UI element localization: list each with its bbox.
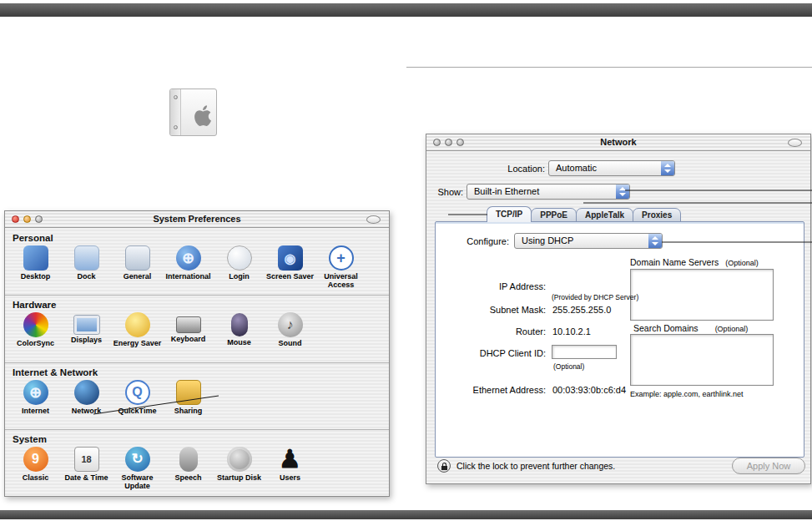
pref-item-mouse[interactable]: Mouse xyxy=(214,312,265,347)
colorsync-icon xyxy=(23,312,48,337)
pref-item-classic[interactable]: 9Classic xyxy=(10,447,61,490)
switchplate-strip xyxy=(170,89,181,135)
pref-item-label: Classic xyxy=(23,473,49,482)
section-row: ⊕InternetNetworkQQuickTimeSharing xyxy=(5,379,389,415)
dns-optional-note: (Optional) xyxy=(725,259,759,267)
pref-item-label: Internet xyxy=(22,407,49,415)
network-window: Network Location: Automatic Show: Built-… xyxy=(426,134,811,484)
configure-label: Configure: xyxy=(436,236,509,246)
pref-item-internet[interactable]: ⊕Internet xyxy=(10,380,61,415)
manual-page: System Preferences PersonalDesktopDockGe… xyxy=(0,0,812,521)
section-header-hardware: Hardware xyxy=(5,296,389,311)
pref-item-desktop[interactable]: Desktop xyxy=(10,245,61,289)
pref-item-date-time[interactable]: 18Date & Time xyxy=(61,447,112,490)
configure-dropdown[interactable]: Using DHCP xyxy=(514,233,663,249)
universal-access-icon: + xyxy=(329,245,354,271)
dhcp-client-id-input[interactable] xyxy=(552,345,617,359)
lock-icon xyxy=(441,466,447,470)
pref-item-general[interactable]: General xyxy=(112,245,163,289)
lock-button[interactable] xyxy=(437,459,451,473)
page-divider-rule xyxy=(406,67,812,68)
classic-icon: 9 xyxy=(23,447,48,472)
pref-item-startup-disk[interactable]: Startup Disk xyxy=(214,447,265,490)
keyboard-icon xyxy=(176,316,201,333)
tab-tcp-ip[interactable]: TCP/IP xyxy=(487,206,532,222)
pref-item-software-update[interactable]: ↻Software Update xyxy=(112,447,163,490)
tcpip-panel: Configure: Using DHCP Domain Name Server… xyxy=(435,221,804,458)
internet-icon: ⊕ xyxy=(23,380,48,405)
ethernet-address-value: 00:03:93:0b:c6:d4 xyxy=(552,385,626,395)
pref-item-quicktime[interactable]: QQuickTime xyxy=(112,380,163,415)
network-titlebar[interactable]: Network xyxy=(426,134,810,151)
pref-item-sharing[interactable]: Sharing xyxy=(163,380,214,415)
pref-item-keyboard[interactable]: Keyboard xyxy=(163,312,214,347)
pref-item-label: Software Update xyxy=(112,473,163,490)
pref-item-label: Sound xyxy=(279,339,302,347)
tab-pppoe[interactable]: PPPoE xyxy=(531,208,577,222)
pref-item-label: Displays xyxy=(71,336,102,344)
network-icon xyxy=(74,380,99,405)
location-value: Automatic xyxy=(556,163,597,173)
pref-item-label: QuickTime xyxy=(119,407,157,415)
speech-icon xyxy=(179,447,198,472)
show-value: Built-in Ethernet xyxy=(474,186,539,196)
page-bottom-bar xyxy=(0,510,812,519)
prefs-section-personal: PersonalDesktopDockGeneral⊕International… xyxy=(5,229,389,296)
page-top-bar xyxy=(0,3,812,17)
dock-icon xyxy=(74,245,99,271)
pref-item-sound[interactable]: ♪Sound xyxy=(265,312,315,347)
pref-item-label: Login xyxy=(229,272,250,281)
energy-saver-icon xyxy=(125,312,150,337)
system-preferences-app-icon[interactable] xyxy=(169,89,217,136)
location-dropdown[interactable]: Automatic xyxy=(548,160,675,176)
ethernet-address-label: Ethernet Address: xyxy=(436,385,546,395)
pref-item-screen-saver[interactable]: ◉Screen Saver xyxy=(265,245,315,289)
system-preferences-titlebar[interactable]: System Preferences xyxy=(5,211,389,228)
pref-item-colorsync[interactable]: ColorSync xyxy=(10,312,61,347)
tab-proxies[interactable]: Proxies xyxy=(633,208,681,222)
section-row: 9Classic18Date & Time↻Software UpdateSpe… xyxy=(5,446,389,490)
router-value: 10.10.2.1 xyxy=(552,326,591,336)
apply-now-button[interactable]: Apply Now xyxy=(732,458,805,474)
lock-hint-text: Click the lock to prevent further change… xyxy=(456,461,615,471)
section-header-internet-network: Internet & Network xyxy=(5,363,389,379)
pref-item-label: Universal Access xyxy=(315,272,366,289)
pref-item-login[interactable]: Login xyxy=(214,245,265,289)
pref-item-users[interactable]: ♟Users xyxy=(265,447,315,490)
sound-icon: ♪ xyxy=(278,312,303,337)
pref-item-label: Startup Disk xyxy=(217,473,261,482)
pref-item-label: Energy Saver xyxy=(113,339,162,347)
tab-appletalk[interactable]: AppleTalk xyxy=(576,208,633,222)
international-icon: ⊕ xyxy=(176,245,201,271)
ip-address-note: (Provided by DHCP Server) xyxy=(552,293,638,301)
pref-item-universal-access[interactable]: +Universal Access xyxy=(315,245,366,289)
toolbar-toggle-button[interactable] xyxy=(788,139,802,147)
toolbar-toggle-button[interactable] xyxy=(366,215,381,224)
pref-item-network[interactable]: Network xyxy=(61,380,112,415)
pref-item-speech[interactable]: Speech xyxy=(163,447,214,490)
dns-servers-header: Domain Name Servers(Optional) xyxy=(630,257,759,267)
pref-item-international[interactable]: ⊕International xyxy=(163,245,214,289)
pref-item-label: General xyxy=(124,272,152,281)
pref-item-dock[interactable]: Dock xyxy=(61,245,112,289)
software-update-icon: ↻ xyxy=(125,447,150,472)
dns-servers-textarea[interactable] xyxy=(630,269,774,321)
location-label: Location: xyxy=(460,164,545,174)
show-dropdown[interactable]: Built-in Ethernet xyxy=(467,184,630,200)
quicktime-icon: Q xyxy=(125,380,150,405)
pref-item-energy-saver[interactable]: Energy Saver xyxy=(112,312,163,347)
subnet-mask-label: Subnet Mask: xyxy=(436,305,546,315)
pref-item-label: Users xyxy=(280,473,300,482)
search-domains-textarea[interactable] xyxy=(630,334,774,386)
dhcp-client-id-note: (Optional) xyxy=(553,362,584,371)
sharing-icon xyxy=(176,380,201,405)
subnet-mask-value: 255.255.255.0 xyxy=(552,305,611,315)
login-icon xyxy=(227,245,252,271)
preferences-grid: PersonalDesktopDockGeneral⊕International… xyxy=(5,229,389,496)
pref-item-label: Mouse xyxy=(227,338,251,346)
dropdown-stepper-icon xyxy=(616,185,629,199)
users-icon: ♟ xyxy=(278,447,303,472)
pref-item-label: Date & Time xyxy=(65,473,108,482)
pref-item-displays[interactable]: Displays xyxy=(61,312,112,347)
section-header-personal: Personal xyxy=(5,229,389,245)
